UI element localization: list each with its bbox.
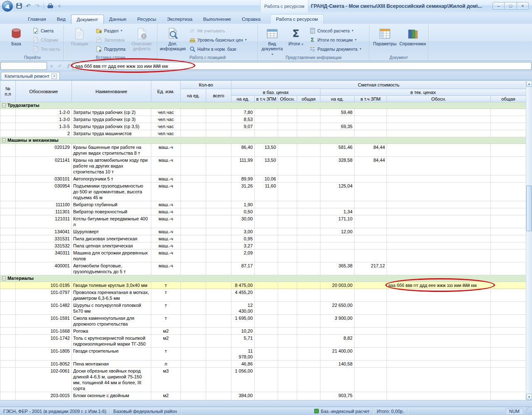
cell-b_ed[interactable]: 11 978,00	[232, 348, 255, 361]
cell-t_tot[interactable]	[491, 144, 526, 157]
cell-b_tot[interactable]	[297, 109, 320, 116]
cell-t_tot[interactable]	[491, 235, 526, 242]
additional-info-button[interactable]: Доп. информация	[160, 26, 186, 53]
cell-t_ed[interactable]: 12,00	[320, 228, 355, 235]
tab-ekspertiza[interactable]: Экспертиза	[162, 15, 198, 24]
cell-t_ed[interactable]: 125,04	[320, 183, 355, 201]
collection-button[interactable]: Сборник	[31, 35, 62, 44]
cell-name[interactable]: Вибратор глубинный	[72, 201, 151, 208]
cell-b_ed[interactable]: 3,00	[232, 228, 255, 235]
cell-b_ob[interactable]	[278, 157, 297, 175]
collapse-icon[interactable]: −	[2, 138, 6, 142]
cell-code[interactable]: 101-1742	[16, 335, 72, 348]
cell-q_all[interactable]	[206, 328, 232, 335]
cell-q_ed[interactable]	[181, 201, 206, 208]
tab-spravka[interactable]: Справка	[236, 15, 266, 24]
cell-code[interactable]: 400001	[16, 262, 72, 275]
scroll-up-button[interactable]: ▲	[526, 81, 532, 87]
cell-b_tot[interactable]	[297, 130, 320, 137]
cell-q_ed[interactable]	[181, 335, 206, 348]
cell-t_zpm[interactable]	[355, 175, 387, 183]
name-box[interactable]	[0, 62, 47, 70]
cell-b_ob[interactable]	[278, 302, 297, 315]
cell-num[interactable]	[0, 282, 16, 289]
cell-b_zpm[interactable]	[255, 130, 278, 137]
cell-t_ed[interactable]	[320, 328, 355, 335]
col-header-cur-zpm[interactable]: в т.ч ЗПМ	[355, 96, 387, 102]
cell-unit[interactable]: м2	[151, 335, 181, 348]
cell-b_ed[interactable]: 1 056,00	[232, 368, 255, 392]
cell-num[interactable]	[0, 348, 16, 361]
cell-t_ed[interactable]: 140,58	[320, 361, 355, 368]
cell-code[interactable]: 111301	[16, 208, 72, 215]
cell-code[interactable]: 340311	[16, 249, 72, 262]
cell-t_tot[interactable]	[491, 315, 526, 328]
cell-num[interactable]	[0, 228, 16, 235]
cell-t_tot[interactable]	[491, 109, 526, 116]
cell-q_all[interactable]	[206, 262, 232, 275]
cell-t_ed[interactable]: 903,75	[320, 392, 355, 400]
section-row[interactable]: −Машины и механизмы	[0, 137, 526, 144]
cell-q_all[interactable]	[206, 249, 232, 262]
cell-b_ed[interactable]: 2,09	[232, 249, 255, 262]
cell-t_tot[interactable]	[491, 183, 526, 201]
cell-b_tot[interactable]	[297, 228, 320, 235]
cell-num[interactable]	[0, 123, 16, 130]
cell-name[interactable]: Краны башенные при работе на других вида…	[72, 144, 151, 157]
cell-b_ob[interactable]	[278, 215, 297, 228]
function-button[interactable]: ƒ	[64, 62, 72, 70]
cell-q_ed[interactable]	[181, 249, 206, 262]
cell-b_ed[interactable]: 31,26	[232, 183, 255, 201]
cell-num[interactable]	[0, 328, 16, 335]
cell-q_ed[interactable]	[181, 289, 206, 302]
cell-q_all[interactable]	[206, 175, 232, 183]
cell-q_all[interactable]	[206, 116, 232, 123]
cell-t_zpm[interactable]	[355, 208, 387, 215]
cell-unit[interactable]: т	[151, 289, 181, 302]
cell-name[interactable]: Затраты труда машинистов	[72, 130, 151, 137]
cell-q_ed[interactable]	[181, 116, 206, 123]
cell-t_ed[interactable]: 581,46	[320, 144, 355, 157]
cell-t_zpm[interactable]	[355, 116, 387, 123]
cell-code[interactable]: 134041	[16, 228, 72, 235]
cell-t_ed[interactable]	[320, 368, 355, 392]
cell-name[interactable]: Пила дисковая электрическая	[72, 235, 151, 242]
cell-t_ob[interactable]	[387, 315, 491, 328]
cell-num[interactable]	[0, 289, 16, 302]
cell-unit[interactable]: т	[151, 282, 181, 289]
cell-t_ed[interactable]	[320, 130, 355, 137]
cell-b_zpm[interactable]	[255, 215, 278, 228]
cell-b_tot[interactable]	[297, 183, 320, 201]
table-row[interactable]: 101-1482Шурупы с полукруглой головкой 5х…	[0, 302, 526, 315]
scroll-down-button[interactable]: ▼	[526, 394, 532, 400]
cell-b_tot[interactable]	[297, 235, 320, 242]
save-button[interactable]	[15, 2, 23, 10]
cell-unit[interactable]: чел.час	[151, 130, 181, 137]
heading-button[interactable]: Заголовок	[94, 35, 127, 44]
cell-unit[interactable]: маш.-ч	[151, 235, 181, 242]
cell-t_ed[interactable]	[320, 249, 355, 262]
cell-t_tot[interactable]	[491, 302, 526, 315]
cell-name[interactable]: Толь с крупнозернистой посыпкой гидроизо…	[72, 335, 151, 348]
cell-b_tot[interactable]	[297, 302, 320, 315]
cell-unit[interactable]: чел.час	[151, 109, 181, 116]
cell-t_ob[interactable]	[387, 328, 491, 335]
find-button[interactable]	[46, 2, 54, 10]
cell-unit[interactable]: т	[151, 302, 181, 315]
cell-unit[interactable]: маш.-ч	[151, 183, 181, 201]
cell-name[interactable]: Гвозди строительные	[72, 348, 151, 361]
col-header-qty-total[interactable]: всего	[206, 89, 232, 102]
collapse-icon[interactable]: −	[2, 104, 6, 107]
cell-b_ed[interactable]: 111,99	[232, 157, 255, 175]
base-button[interactable]: База	[3, 26, 30, 53]
col-header-cur-per[interactable]: на ед.	[320, 96, 355, 102]
cell-b_ob[interactable]	[278, 335, 297, 348]
table-row[interactable]: 400001Автомобили бортовые, грузоподъемно…	[0, 262, 526, 275]
cell-b_tot[interactable]	[297, 242, 320, 249]
col-header-code[interactable]: Обоснование	[16, 81, 72, 102]
cell-q_ed[interactable]	[181, 392, 206, 400]
cell-unit[interactable]: маш.-ч	[151, 249, 181, 262]
estimate-button[interactable]: Смета	[31, 26, 62, 35]
cell-b_ed[interactable]: 46,86	[232, 361, 255, 368]
col-header-unit[interactable]: Ед. изм.	[151, 81, 181, 102]
